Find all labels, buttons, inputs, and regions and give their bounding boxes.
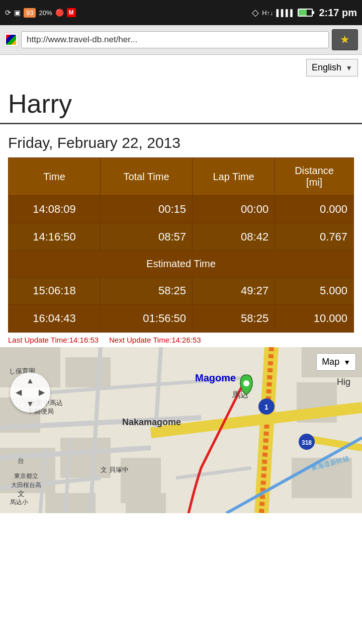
update-bar: Last Update Time:14:16:53 Next Update Ti…	[0, 333, 362, 347]
map-dropdown-arrow: ▼	[343, 358, 350, 366]
status-time: 2:17 pm	[319, 7, 357, 19]
nav-arrows: ▲ ◀ ▶ ▼	[13, 375, 48, 410]
nav-right-arrow[interactable]: ▶	[36, 386, 48, 398]
cell-laptime-3: 49:27	[192, 277, 275, 305]
data-table: Time Total Time Lap Time Distance[mi] 14…	[8, 157, 354, 333]
col-totaltime-header: Total Time	[100, 158, 192, 196]
svg-text:Nakamagome: Nakamagome	[122, 417, 181, 427]
bookmark-button[interactable]: ★	[332, 29, 358, 50]
cell-distance-4: 10.000	[275, 305, 354, 333]
nav-empty-br	[36, 398, 48, 410]
screen-icon: ▣	[14, 9, 21, 17]
table-header-row: Time Total Time Lap Time Distance[mi]	[9, 158, 354, 196]
svg-rect-8	[126, 493, 166, 513]
security-icon: M	[67, 8, 76, 17]
language-dropdown-arrow: ▼	[345, 64, 352, 72]
nav-left-arrow[interactable]: ◀	[13, 386, 24, 398]
cell-totaltime-3: 58:25	[100, 277, 192, 305]
map-svg: 1 318 東海道新幹線 Magome 馬込 Nakamagome Hig 大田…	[0, 347, 362, 513]
svg-text:Magome: Magome	[195, 372, 236, 383]
notification-icon: 🔴	[55, 9, 64, 17]
svg-text:文 貝塚中: 文 貝塚中	[101, 466, 129, 473]
svg-text:馬込小: 馬込小	[10, 499, 28, 506]
battery-icon	[298, 9, 313, 17]
svg-text:台: 台	[18, 457, 24, 464]
svg-text:318: 318	[302, 439, 312, 446]
cell-time-1: 14:08:09	[9, 196, 101, 223]
svg-text:1: 1	[264, 403, 268, 411]
page-title-section: Harry	[0, 80, 362, 124]
cell-distance-3: 5.000	[275, 277, 354, 305]
table-row: 16:04:43 01:56:50 58:25 10.000	[9, 305, 354, 333]
diamond-icon: ◇	[252, 7, 259, 18]
map-nav-controls[interactable]: ▲ ◀ ▶ ▼	[10, 372, 50, 413]
cell-distance-2: 0.767	[275, 223, 354, 251]
signal-bars-icon: ▌▌▌▌	[277, 9, 295, 17]
map-type-selector[interactable]: Map ▼	[316, 353, 356, 371]
browser-bar: http://www.travel-db.net/her... ★	[0, 25, 362, 55]
svg-text:文: 文	[18, 490, 25, 498]
next-update-label: Next Update Time:14:26:53	[109, 336, 201, 344]
status-right: ◇ H↑↓ ▌▌▌▌ 2:17 pm	[252, 7, 357, 19]
cell-time-2: 14:16:50	[9, 223, 101, 251]
svg-text:Hig: Hig	[337, 377, 350, 387]
estimated-label: Estimated Time	[9, 251, 354, 277]
cell-laptime-4: 58:25	[192, 305, 275, 333]
url-bar[interactable]: http://www.travel-db.net/her...	[21, 31, 329, 48]
charging-percent: 20%	[39, 9, 52, 17]
nav-empty-tl	[13, 375, 24, 386]
cell-laptime-2: 08:42	[192, 223, 275, 251]
date-label: Friday, February 22, 2013	[8, 134, 354, 151]
nav-down-arrow[interactable]: ▼	[24, 398, 36, 410]
nav-empty-c	[24, 386, 36, 398]
col-distance-header: Distance[mi]	[275, 158, 354, 196]
star-icon: ★	[340, 33, 350, 46]
svg-rect-2	[65, 357, 111, 387]
col-time-header: Time	[9, 158, 101, 196]
last-update-label: Last Update Time:14:16:53	[8, 336, 99, 344]
svg-text:大田桜台高: 大田桜台高	[11, 481, 41, 489]
table-row: 14:16:50 08:57 08:42 0.767	[9, 223, 354, 251]
status-left: ⟳ ▣ 93 20% 🔴 M	[5, 8, 76, 18]
language-label: English	[312, 62, 341, 73]
svg-text:東京都立: 東京都立	[14, 472, 38, 479]
estimated-label-row: Estimated Time	[9, 251, 354, 277]
cell-totaltime-2: 08:57	[100, 223, 192, 251]
cell-distance-1: 0.000	[275, 196, 354, 223]
signal-h-icon: H↑↓	[262, 9, 273, 17]
svg-rect-7	[45, 493, 96, 513]
cell-laptime-1: 00:00	[192, 196, 275, 223]
date-section: Friday, February 22, 2013	[0, 124, 362, 157]
map-type-label: Map	[322, 357, 339, 367]
table-row: 14:08:09 00:15 00:00 0.000	[9, 196, 354, 223]
cell-totaltime-1: 00:15	[100, 196, 192, 223]
sync-icon: ⟳	[5, 9, 11, 17]
language-bar: English ▼	[0, 55, 362, 80]
col-laptime-header: Lap Time	[192, 158, 275, 196]
cell-totaltime-4: 01:56:50	[100, 305, 192, 333]
page-title: Harry	[8, 89, 354, 119]
cell-time-3: 15:06:18	[9, 277, 101, 305]
battery-percent: 93	[24, 8, 36, 18]
table-row: 15:06:18 58:25 49:27 5.000	[9, 277, 354, 305]
nav-empty-tr	[36, 375, 48, 386]
nav-empty-bl	[13, 398, 24, 410]
svg-point-19	[243, 380, 249, 386]
favicon	[4, 33, 18, 47]
cell-time-4: 16:04:43	[9, 305, 101, 333]
status-bar: ⟳ ▣ 93 20% 🔴 M ◇ H↑↓ ▌▌▌▌ 2:17 pm	[0, 0, 362, 25]
language-selector[interactable]: English ▼	[306, 59, 358, 76]
map-container[interactable]: 1 318 東海道新幹線 Magome 馬込 Nakamagome Hig 大田…	[0, 347, 362, 513]
nav-up-arrow[interactable]: ▲	[24, 375, 36, 386]
